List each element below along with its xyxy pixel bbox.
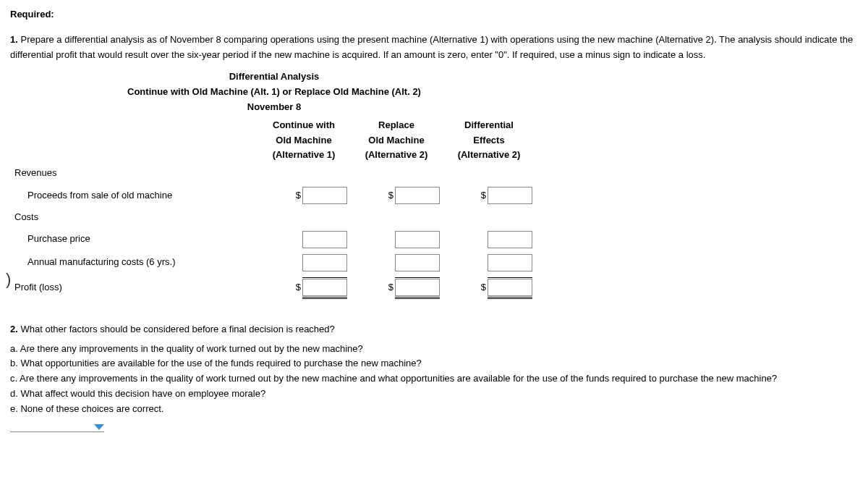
q2-number: 2.	[10, 324, 18, 334]
currency-symbol: $	[388, 188, 393, 203]
col3-l2: Effects	[447, 133, 531, 148]
q2-text: What other factors should be considered …	[20, 324, 334, 334]
analysis-date: November 8	[17, 100, 531, 115]
input-annual-alt1[interactable]	[302, 254, 347, 271]
q2-option-c[interactable]: c. Are there any improvements in the qua…	[10, 371, 861, 387]
side-paren-icon: )	[6, 266, 11, 292]
question-2: 2. What other factors should be consider…	[10, 322, 861, 417]
input-proceeds-alt2[interactable]	[395, 187, 440, 204]
question-1-text: 1. Prepare a differential analysis as of…	[10, 33, 861, 63]
input-annual-alt2[interactable]	[395, 254, 440, 271]
currency-symbol: $	[296, 188, 301, 203]
col1-l2: Old Machine	[262, 133, 346, 148]
col2-l2: Old Machine	[354, 133, 438, 148]
row-proceeds: Proceeds from sale of old machine	[12, 184, 258, 207]
input-purchase-diff[interactable]	[488, 231, 532, 248]
q1-number: 1.	[10, 34, 18, 45]
input-proceeds-alt1[interactable]	[302, 187, 347, 204]
opt-text: Are there any improvements in the qualit…	[20, 343, 363, 354]
opt-text: What opportunities are available for the…	[20, 358, 421, 368]
footer-expand[interactable]	[10, 424, 104, 432]
chevron-down-icon	[94, 424, 104, 430]
opt-text: Are there any improvements in the qualit…	[20, 373, 777, 384]
q2-option-b[interactable]: b. What opportunities are available for …	[10, 356, 861, 371]
q2-option-a[interactable]: a. Are there any improvements in the qua…	[10, 342, 861, 357]
input-profit-alt2[interactable]	[395, 279, 440, 296]
col2-l1: Replace	[354, 118, 438, 133]
input-profit-diff[interactable]	[488, 279, 532, 296]
row-revenues: Revenues	[12, 163, 258, 184]
q2-options: a. Are there any improvements in the qua…	[10, 342, 861, 417]
currency-symbol: $	[481, 280, 486, 295]
col-header-3: Differential Effects (Alternative 2)	[443, 118, 535, 163]
currency-symbol: $	[481, 188, 486, 203]
analysis-table: Continue with Old Machine (Alternative 1…	[12, 118, 535, 302]
opt-letter: b.	[10, 358, 18, 368]
row-purchase: Purchase price	[12, 228, 258, 251]
input-proceeds-diff[interactable]	[488, 187, 532, 204]
analysis-title: Differential Analysis	[17, 69, 531, 85]
row-costs: Costs	[12, 207, 258, 228]
row-annual: Annual manufacturing costs (6 yrs.)	[12, 251, 258, 274]
opt-letter: d.	[10, 388, 18, 399]
row-profit: Profit (loss)	[12, 274, 258, 302]
q2-option-e[interactable]: e. None of these choices are correct.	[10, 402, 861, 417]
currency-symbol: $	[296, 280, 301, 295]
input-annual-diff[interactable]	[488, 254, 532, 271]
col-header-2: Replace Old Machine (Alternative 2)	[350, 118, 443, 163]
opt-letter: c.	[10, 373, 17, 384]
opt-letter: a.	[10, 343, 18, 354]
col3-l3: (Alternative 2)	[447, 148, 531, 163]
required-heading: Required:	[10, 7, 861, 22]
opt-text: What affect would this decision have on …	[20, 388, 265, 399]
q2-option-d[interactable]: d. What affect would this decision have …	[10, 387, 861, 402]
col-header-1: Continue with Old Machine (Alternative 1…	[258, 118, 350, 163]
col1-l3: (Alternative 1)	[262, 148, 346, 163]
col2-l3: (Alternative 2)	[354, 148, 438, 163]
currency-symbol: $	[388, 280, 393, 295]
opt-letter: e.	[10, 403, 18, 414]
input-purchase-alt2[interactable]	[395, 231, 440, 248]
q1-body: Prepare a differential analysis as of No…	[10, 34, 853, 60]
col3-l1: Differential	[447, 118, 531, 133]
input-profit-alt1[interactable]	[302, 279, 347, 296]
analysis-subtitle: Continue with Old Machine (Alt. 1) or Re…	[17, 85, 531, 100]
col1-l1: Continue with	[262, 118, 346, 133]
opt-text: None of these choices are correct.	[20, 403, 163, 414]
input-purchase-alt1[interactable]	[302, 231, 347, 248]
